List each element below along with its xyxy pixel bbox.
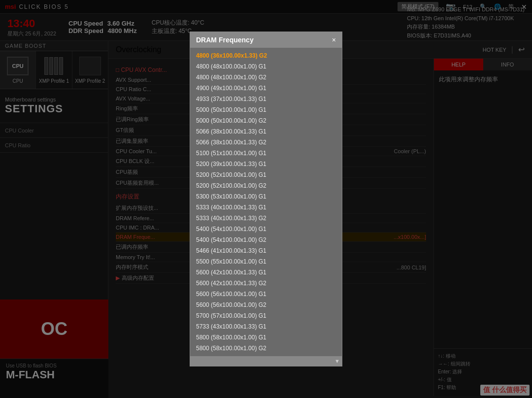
modal-list-item[interactable]: 5700 (57x100.00x1.00) G1 (190, 310, 342, 321)
modal-list-item[interactable]: 5200 (52x100.00x1.00) G2 (190, 180, 342, 191)
modal-list-item[interactable]: 5000 (50x100.00x1.00) G2 (190, 115, 342, 126)
modal-list-item[interactable]: 4800 (36x100.00x1.33) G2 (190, 50, 342, 61)
modal-list-item[interactable]: 4800 (48x100.00x1.00) G2 (190, 72, 342, 83)
modal-list-item[interactable]: 5200 (52x100.00x1.00) G1 (190, 169, 342, 180)
modal-overlay[interactable]: DRAM Frequency × 4800 (36x100.00x1.33) G… (0, 0, 532, 398)
modal-list-item[interactable]: 5300 (53x100.00x1.00) G1 (190, 191, 342, 202)
modal-list-item[interactable]: 5800 (58x100.00x1.00) G2 (190, 343, 342, 354)
modal-close-button[interactable]: × (332, 36, 336, 44)
modal-list-item[interactable]: 5200 (39x100.00x1.33) G1 (190, 159, 342, 169)
modal-footer: ▼ (190, 356, 342, 366)
modal-list-item[interactable]: 5000 (50x100.00x1.00) G1 (190, 104, 342, 115)
modal-list-item[interactable]: 4933 (37x100.00x1.33) G1 (190, 94, 342, 104)
modal-list-item[interactable]: 5333 (40x100.00x1.33) G1 (190, 202, 342, 213)
modal-list[interactable]: 4800 (36x100.00x1.33) G24800 (48x100.00x… (190, 48, 342, 356)
dram-frequency-modal: DRAM Frequency × 4800 (36x100.00x1.33) G… (190, 32, 342, 366)
modal-list-item[interactable]: 5500 (55x100.00x1.00) G1 (190, 256, 342, 267)
modal-title: DRAM Frequency (196, 36, 254, 44)
modal-header: DRAM Frequency × (190, 32, 342, 48)
modal-list-item[interactable]: 5600 (42x100.00x1.33) G1 (190, 267, 342, 278)
modal-scroll-indicator: ▼ (334, 358, 340, 364)
modal-list-item[interactable]: 4900 (49x100.00x1.00) G1 (190, 83, 342, 94)
modal-list-item[interactable]: 5400 (54x100.00x1.00) G2 (190, 234, 342, 245)
modal-list-item[interactable]: 5066 (38x100.00x1.33) G2 (190, 137, 342, 148)
modal-list-item[interactable]: 5400 (54x100.00x1.00) G1 (190, 224, 342, 234)
modal-list-item[interactable]: 5600 (56x100.00x1.00) G2 (190, 299, 342, 310)
modal-list-item[interactable]: 4800 (48x100.00x1.00) G1 (190, 61, 342, 72)
modal-list-item[interactable]: 5333 (40x100.00x1.33) G2 (190, 213, 342, 224)
modal-body: 4800 (36x100.00x1.33) G24800 (48x100.00x… (190, 48, 342, 356)
modal-list-item[interactable]: 5600 (56x100.00x1.00) G1 (190, 289, 342, 299)
modal-list-item[interactable]: 5733 (43x100.00x1.33) G1 (190, 321, 342, 332)
modal-list-item[interactable]: 5100 (51x100.00x1.00) G1 (190, 148, 342, 159)
modal-list-item[interactable]: 5066 (38x100.00x1.33) G1 (190, 126, 342, 137)
modal-list-item[interactable]: 5800 (58x100.00x1.00) G1 (190, 332, 342, 343)
modal-list-item[interactable]: 5600 (42x100.00x1.33) G2 (190, 278, 342, 289)
modal-list-item[interactable]: 5466 (41x100.00x1.33) G1 (190, 245, 342, 256)
